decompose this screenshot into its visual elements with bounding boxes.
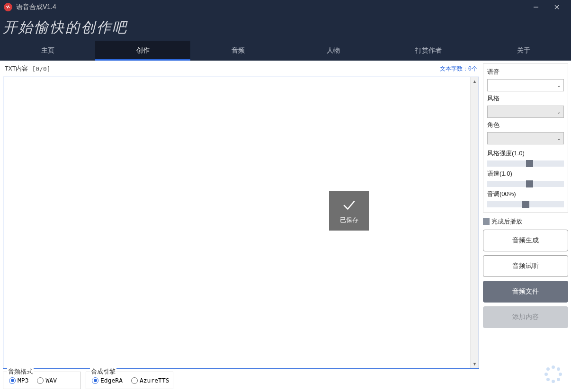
pitch-slider[interactable] (487, 201, 564, 207)
loading-spinner-icon (544, 365, 562, 383)
toast-label: 已保存 (340, 216, 358, 224)
tab-about[interactable]: 关于 (476, 41, 571, 61)
voice-select[interactable]: ⌄ (487, 79, 564, 91)
toast-saved: 已保存 (329, 191, 369, 231)
radio-edgera[interactable]: EdgeRA (92, 377, 123, 384)
pitch-label: 音调(00%) (487, 190, 564, 198)
scroll-down-icon[interactable]: ▼ (471, 360, 479, 368)
generate-button[interactable]: 音频生成 (483, 230, 568, 251)
engine-legend: 合成引擎 (90, 367, 116, 376)
audio-file-button[interactable]: 音频文件 (483, 281, 568, 303)
app-icon (4, 3, 12, 11)
radio-wav[interactable]: WAV (37, 377, 56, 384)
app-title: 语音合成V1.4 (16, 3, 56, 11)
role-select[interactable]: ⌄ (487, 132, 564, 144)
style-select[interactable]: ⌄ (487, 106, 564, 118)
voice-label: 语音 (487, 68, 564, 76)
radio-azuretts[interactable]: AzureTTS (131, 377, 170, 384)
play-after-label: 完成后播放 (491, 217, 522, 226)
content-textarea[interactable] (3, 77, 470, 368)
txt-charcount: 文本字数：0个 (440, 65, 477, 73)
speed-slider[interactable] (487, 181, 564, 187)
preview-button[interactable]: 音频试听 (483, 255, 568, 277)
style-strength-label: 风格强度(1.0) (487, 149, 564, 158)
minimize-button[interactable] (526, 0, 546, 14)
style-strength-slider[interactable] (487, 160, 564, 167)
side-panel: 语音 ⌄ 风格 ⌄ 角色 ⌄ 风格强度(1.0) 语速(1.0) 音调(00%) (483, 63, 568, 213)
style-label: 风格 (487, 94, 564, 103)
radio-azuretts-label: AzureTTS (140, 377, 170, 384)
tab-audio[interactable]: 音频 (190, 41, 286, 61)
slider-thumb[interactable] (526, 160, 533, 167)
audio-format-group: 音频格式 MP3 WAV (3, 372, 81, 389)
audio-format-legend: 音频格式 (7, 367, 34, 376)
scroll-up-icon[interactable]: ▲ (471, 77, 479, 86)
slider-thumb[interactable] (526, 180, 533, 187)
add-content-button[interactable]: 添加内容 (483, 306, 568, 328)
radio-edgera-label: EdgeRA (100, 377, 123, 384)
txt-header: TXT内容 [0/0] 文本字数：0个 (3, 63, 479, 74)
tab-characters[interactable]: 人物 (286, 41, 381, 61)
close-button[interactable] (546, 0, 567, 14)
tab-create[interactable]: 创作 (95, 41, 190, 61)
tab-home[interactable]: 主页 (0, 41, 95, 61)
chevron-down-icon: ⌄ (557, 136, 561, 141)
chevron-down-icon: ⌄ (557, 83, 561, 88)
radio-mp3-label: MP3 (18, 377, 28, 384)
slider-thumb[interactable] (522, 201, 529, 208)
banner-title: 开始愉快的创作吧 (0, 14, 571, 41)
chevron-down-icon: ⌄ (557, 109, 561, 115)
play-after-checkbox[interactable]: 完成后播放 (483, 217, 568, 226)
tab-donate[interactable]: 打赏作者 (381, 41, 476, 61)
textarea-container: ▲ ▼ 已保存 (3, 77, 479, 369)
txt-label: TXT内容 (5, 64, 28, 73)
txt-counter: [0/0] (32, 65, 50, 72)
check-icon (341, 197, 357, 213)
tabbar: 主页 创作 音频 人物 打赏作者 关于 (0, 41, 571, 61)
role-label: 角色 (487, 121, 564, 129)
titlebar: 语音合成V1.4 (0, 0, 571, 14)
radio-wav-label: WAV (45, 377, 56, 384)
checkbox-box[interactable] (483, 218, 490, 225)
speed-label: 语速(1.0) (487, 169, 564, 178)
engine-group: 合成引擎 EdgeRA AzureTTS (86, 372, 173, 389)
radio-mp3[interactable]: MP3 (9, 377, 28, 384)
scrollbar[interactable]: ▲ ▼ (470, 77, 479, 368)
